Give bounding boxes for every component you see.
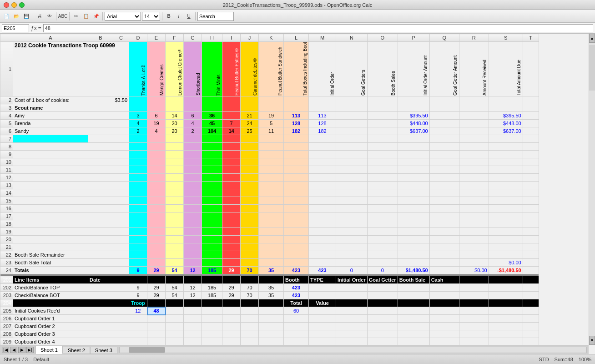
open-btn[interactable]: 📂 — [12, 12, 21, 21]
window-controls[interactable] — [4, 2, 25, 8]
cell-M3[interactable] — [309, 104, 336, 112]
cell-H1[interactable]: Thin Mints — [202, 42, 222, 96]
cell-L3[interactable] — [284, 104, 309, 112]
cell-M201[interactable]: TYPE — [309, 276, 336, 284]
cell-D204[interactable]: Troop — [129, 299, 147, 307]
cell-O1[interactable]: Booth Sales — [367, 42, 398, 96]
maximize-button[interactable] — [19, 2, 25, 8]
cell-K2[interactable] — [259, 96, 284, 104]
cell-J3[interactable] — [241, 104, 259, 112]
cell-C5[interactable] — [113, 120, 129, 127]
cell-Q1[interactable]: Goal Getter Amount — [429, 42, 459, 96]
cell-N6[interactable] — [336, 127, 368, 135]
cell-R3[interactable] — [459, 104, 489, 112]
cell-J24[interactable]: 70 — [241, 267, 259, 274]
col-header-F[interactable]: F — [166, 34, 184, 42]
cell-D203[interactable]: 9 — [129, 292, 147, 299]
cell-A23[interactable]: Booth Sale Total — [13, 259, 88, 267]
cell-K4[interactable]: 19 — [259, 112, 284, 120]
cell-E202[interactable]: 29 — [147, 284, 166, 292]
cell-J6[interactable]: 25 — [241, 127, 259, 135]
cell-H5[interactable]: 45 — [202, 120, 222, 127]
cell-F3[interactable] — [166, 104, 184, 112]
cell-G202[interactable]: 12 — [184, 284, 202, 292]
cell-E6[interactable]: 4 — [147, 127, 166, 135]
cell-P5[interactable]: $448.00 — [398, 120, 429, 127]
cell-F6[interactable]: 20 — [166, 127, 184, 135]
cell-L205[interactable]: 60 — [284, 307, 309, 315]
col-header-J[interactable]: J — [241, 34, 259, 42]
cell-K24[interactable]: 35 — [259, 267, 284, 274]
col-header-A[interactable]: A — [13, 34, 88, 42]
cell-E203[interactable]: 29 — [147, 292, 166, 299]
cell-H6[interactable]: 104 — [202, 127, 222, 135]
cell-P201[interactable]: Booth Sale — [398, 276, 429, 284]
copy-btn[interactable]: 📋 — [81, 12, 91, 21]
cell-J202[interactable]: 70 — [241, 284, 259, 292]
cell-A203[interactable]: Check/Balance BOT — [13, 292, 88, 299]
cell-A208[interactable]: Cupboard Order 3 — [13, 330, 88, 338]
col-header-D[interactable]: D — [129, 34, 147, 42]
cell-P2[interactable] — [398, 96, 429, 104]
col-header-G[interactable]: G — [184, 34, 202, 42]
cell-R2[interactable] — [459, 96, 489, 104]
font-size-select[interactable]: 14 — [142, 12, 160, 21]
cell-J5[interactable]: 24 — [241, 120, 259, 127]
col-header-N[interactable]: N — [336, 34, 368, 42]
cell-K3[interactable] — [259, 104, 284, 112]
cell-G2[interactable] — [184, 96, 202, 104]
cell-L6[interactable]: 182 — [284, 127, 309, 135]
cell-S4[interactable]: $395.50 — [489, 112, 523, 120]
cell-R5[interactable] — [459, 120, 489, 127]
cell-A202[interactable]: Check/Balance TOP — [13, 284, 88, 292]
paste-btn[interactable]: 📌 — [91, 12, 101, 21]
cell-P4[interactable]: $395.50 — [398, 112, 429, 120]
col-header-B[interactable]: B — [88, 34, 113, 42]
col-header-I[interactable]: I — [222, 34, 241, 42]
col-header-E[interactable]: E — [147, 34, 166, 42]
cell-L201[interactable]: Booth — [284, 276, 309, 284]
cell-I4[interactable] — [222, 112, 241, 120]
cell-O24[interactable]: 0 — [367, 267, 398, 274]
cell-N24[interactable]: 0 — [336, 267, 368, 274]
cell-N1[interactable]: Goal Getters — [336, 42, 368, 96]
cell-K203[interactable]: 35 — [259, 292, 284, 299]
print-btn[interactable]: 🖨 — [35, 12, 44, 21]
cell-S24[interactable]: -$1,480.50 — [489, 267, 523, 274]
cell-F1[interactable]: Lemon Chalet Creme™ — [166, 42, 184, 96]
cell-N201[interactable]: Initial Order — [336, 276, 368, 284]
col-header-C[interactable]: C — [113, 34, 129, 42]
cell-S1[interactable]: Total Amount Due — [489, 42, 523, 96]
cell-O6[interactable] — [367, 127, 398, 135]
cell-N3[interactable] — [336, 104, 368, 112]
cell-I3[interactable] — [222, 104, 241, 112]
scroll-thumb[interactable] — [589, 45, 595, 91]
underline-btn[interactable]: U — [184, 12, 193, 21]
cell-reference[interactable]: E205 — [2, 24, 29, 32]
cell-D3[interactable] — [129, 104, 147, 112]
cell-H202[interactable]: 185 — [202, 284, 222, 292]
cell-M1[interactable]: Initial Order — [309, 42, 336, 96]
formula-input[interactable] — [43, 24, 593, 32]
cell-E4[interactable]: 6 — [147, 112, 166, 120]
cell-E5[interactable]: 19 — [147, 120, 166, 127]
cell-I6[interactable]: 14 — [222, 127, 241, 135]
cell-O201[interactable]: Goal Getter — [367, 276, 398, 284]
cell-J1[interactable]: Caramel deLites® — [241, 42, 259, 96]
font-name-select[interactable]: Arial — [105, 12, 141, 21]
cell-K5[interactable]: 5 — [259, 120, 284, 127]
cell-G1[interactable]: Shortbread — [184, 42, 202, 96]
cell-S3[interactable] — [489, 104, 523, 112]
scroll-down-btn[interactable]: ▼ — [589, 336, 595, 345]
save-btn[interactable]: 💾 — [22, 12, 31, 21]
cell-H203[interactable]: 185 — [202, 292, 222, 299]
cell-M6[interactable]: 182 — [309, 127, 336, 135]
cell-R6[interactable] — [459, 127, 489, 135]
cell-O3[interactable] — [367, 104, 398, 112]
cell-A209[interactable]: Cupboard Order 4 — [13, 338, 88, 345]
cell-G3[interactable] — [184, 104, 202, 112]
cell-D5[interactable]: 4 — [129, 120, 147, 127]
cell-A22[interactable]: Booth Sale Remainder — [13, 251, 88, 259]
vertical-scrollbar[interactable]: ▲ ▼ — [589, 34, 595, 345]
cell-N5[interactable] — [336, 120, 368, 127]
